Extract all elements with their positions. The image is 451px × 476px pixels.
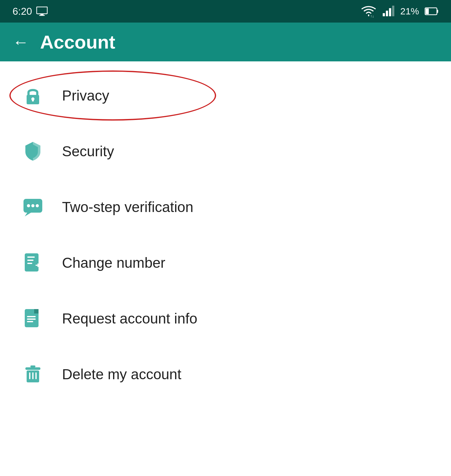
svg-rect-33 (35, 372, 37, 379)
svg-text:↑↓: ↑↓ (370, 14, 374, 18)
battery-icon (425, 7, 438, 16)
svg-rect-6 (389, 8, 391, 16)
svg-rect-9 (437, 10, 438, 13)
menu-item-two-step[interactable]: Two-step verification (0, 179, 451, 235)
menu-item-security[interactable]: Security (0, 123, 451, 179)
svg-point-17 (31, 204, 34, 207)
status-time-area: 6:20 (13, 6, 48, 17)
svg-marker-15 (25, 213, 31, 216)
dots-icon (19, 193, 47, 221)
signal-icon (382, 6, 395, 17)
svg-rect-28 (25, 367, 40, 370)
delete-account-label: Delete my account (62, 366, 181, 383)
svg-rect-13 (32, 99, 34, 101)
svg-rect-2 (39, 15, 45, 16)
trash-icon (19, 360, 47, 388)
back-button[interactable]: ← (13, 34, 29, 50)
phone-change-icon (19, 249, 47, 277)
svg-rect-26 (27, 318, 36, 320)
svg-rect-0 (37, 7, 47, 14)
svg-rect-7 (392, 6, 394, 16)
svg-point-16 (27, 204, 30, 207)
content-area: Privacy Security Two-step ver (0, 61, 451, 408)
top-bar: ← Account (0, 23, 451, 61)
battery-percent: 21% (400, 6, 419, 17)
svg-rect-31 (29, 372, 30, 379)
screen-icon (36, 7, 48, 16)
svg-point-18 (36, 204, 39, 207)
svg-rect-4 (383, 13, 385, 16)
wifi-icon: ↑↓ (361, 5, 376, 18)
time-display: 6:20 (13, 6, 32, 17)
security-label: Security (62, 143, 114, 160)
lock-icon (19, 81, 47, 110)
status-icons-area: ↑↓ 21% (361, 5, 438, 18)
svg-rect-24 (34, 309, 39, 313)
svg-rect-21 (27, 260, 34, 261)
svg-rect-19 (25, 253, 39, 272)
menu-item-request-account-info[interactable]: Request account info (0, 291, 451, 346)
svg-rect-32 (32, 372, 34, 379)
document-icon (19, 304, 47, 333)
status-bar: 6:20 ↑↓ 21% (0, 0, 451, 23)
two-step-label: Two-step verification (62, 199, 193, 215)
svg-rect-29 (30, 365, 35, 367)
svg-rect-10 (426, 8, 429, 14)
privacy-label: Privacy (62, 87, 109, 104)
page-title: Account (40, 31, 115, 53)
change-number-label: Change number (62, 254, 165, 271)
request-account-info-label: Request account info (62, 310, 197, 327)
menu-item-privacy[interactable]: Privacy (0, 68, 451, 123)
svg-rect-5 (386, 11, 388, 16)
svg-rect-1 (40, 14, 44, 15)
menu-item-change-number[interactable]: Change number (0, 235, 451, 291)
menu-item-delete-account[interactable]: Delete my account (0, 346, 451, 402)
svg-rect-22 (27, 263, 32, 264)
svg-rect-20 (27, 256, 35, 258)
shield-icon (19, 137, 47, 165)
svg-rect-25 (27, 316, 36, 317)
svg-rect-27 (27, 321, 33, 322)
